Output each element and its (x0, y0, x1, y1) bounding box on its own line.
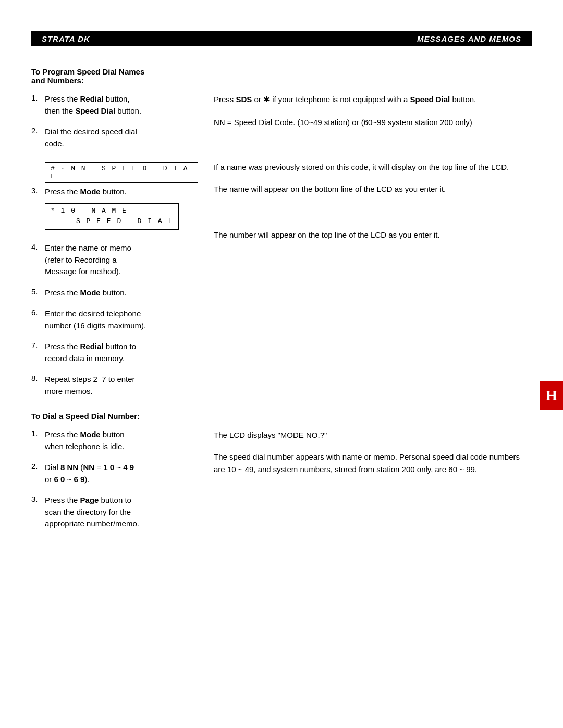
right-4: The name will appear on the bottom line … (214, 183, 532, 195)
step-3-number: 3. (31, 186, 45, 195)
section1-steps: 1. Press the Redial button,then the Spee… (31, 93, 532, 406)
s2-step-1-text: Press the Mode buttonwhen telephone is i… (45, 429, 125, 452)
steps-left: 1. Press the Redial button,then the Spee… (31, 93, 209, 406)
right-1: Press SDS or ✱ if your telephone is not … (214, 93, 532, 106)
right-2: NN = Speed Dial Code. (10~49 station) or… (214, 116, 532, 129)
s2-step-3-number: 3. (31, 495, 45, 503)
section2-steps-left: 1. Press the Mode buttonwhen telephone i… (31, 429, 209, 539)
s2-step-3-text: Press the Page button toscan the directo… (45, 495, 139, 530)
header-left: STRATA DK (42, 34, 90, 43)
step-2-text: Dial the desired speed dialcode. (45, 126, 137, 150)
step-2: 2. Dial the desired speed dialcode. (31, 126, 198, 150)
right-5 (214, 205, 532, 219)
s2-step-2: 2. Dial 8 NN (NN = 1 0 ~ 4 9or 6 0 ~ 6 9… (31, 462, 198, 485)
steps-right: Press SDS or ✱ if your telephone is not … (209, 93, 532, 406)
step-8-text: Repeat steps 2–7 to entermore memos. (45, 374, 135, 397)
right-6: The number will appear on the top line o… (214, 229, 532, 241)
step-3-lcd: * 1 0 N A M E S P E E D D I A L (45, 203, 179, 230)
section2-steps: 1. Press the Mode buttonwhen telephone i… (31, 429, 532, 539)
step-4-text: Enter the name or memo(refer to Recordin… (45, 242, 131, 278)
step-7-number: 7. (31, 341, 45, 350)
section1-heading: To Program Speed Dial Namesand Numbers: (31, 67, 532, 85)
s2-right-1: The LCD displays "MODE NO.?" (214, 429, 532, 441)
s2-step-1-number: 1. (31, 429, 45, 438)
step-3-text: Press the Mode button. (45, 186, 127, 198)
header-right: MESSAGES AND MEMOS (417, 34, 521, 43)
step-5: 5. Press the Mode button. (31, 287, 198, 299)
step-2-number: 2. (31, 126, 45, 135)
step-7: 7. Press the Redial button torecord data… (31, 341, 198, 364)
header-bar: STRATA DK MESSAGES AND MEMOS (31, 31, 532, 46)
step-1: 1. Press the Redial button,then the Spee… (31, 93, 198, 117)
step-6: 6. Enter the desired telephonenumber (16… (31, 308, 198, 331)
step-5-text: Press the Mode button. (45, 287, 127, 299)
s2-step-2-number: 2. (31, 462, 45, 471)
section1: To Program Speed Dial Namesand Numbers: … (31, 67, 532, 406)
step-5-number: 5. (31, 287, 45, 296)
step-2-lcd: # · N N S P E E D D I A L (45, 162, 198, 183)
step-7-text: Press the Redial button torecord data in… (45, 341, 136, 364)
step-2-wrapper: 2. Dial the desired speed dialcode. # · … (31, 126, 198, 186)
s2-step-1: 1. Press the Mode buttonwhen telephone i… (31, 429, 198, 452)
s2-step-3: 3. Press the Page button toscan the dire… (31, 495, 198, 530)
s2-step-2-text: Dial 8 NN (NN = 1 0 ~ 4 9or 6 0 ~ 6 9). (45, 462, 134, 485)
step-8: 8. Repeat steps 2–7 to entermore memos. (31, 374, 198, 397)
step-6-text: Enter the desired telephonenumber (16 di… (45, 308, 146, 331)
section2: To Dial a Speed Dial Number: 1. Press th… (31, 412, 532, 539)
section2-steps-right: The LCD displays "MODE NO.?" The speed d… (209, 429, 532, 539)
right-3: If a name was previously stored on this … (214, 161, 532, 174)
step-1-number: 1. (31, 93, 45, 102)
step-6-number: 6. (31, 308, 45, 317)
h-tab: H (540, 381, 563, 410)
step-1-text: Press the Redial button,then the Speed D… (45, 93, 141, 117)
step-4-number: 4. (31, 242, 45, 251)
s2-right-2: The speed dial number appears with name … (214, 451, 532, 476)
step-8-number: 8. (31, 374, 45, 382)
step-3-wrapper: 3. Press the Mode button. * 1 0 N A M E … (31, 186, 198, 233)
page-container: STRATA DK MESSAGES AND MEMOS H To Progra… (0, 31, 563, 728)
step-3: 3. Press the Mode button. (31, 186, 198, 198)
section2-heading: To Dial a Speed Dial Number: (31, 412, 532, 421)
main-content: To Program Speed Dial Namesand Numbers: … (0, 46, 563, 571)
step-4: 4. Enter the name or memo(refer to Recor… (31, 242, 198, 278)
